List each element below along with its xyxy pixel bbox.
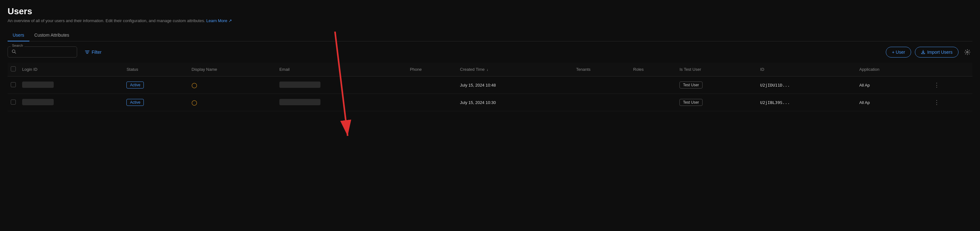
td-is-test-user-2: Test User bbox=[676, 94, 757, 111]
table-row: Active ◯ July 15, 2024 10:48 Test User U… bbox=[8, 76, 972, 94]
toolbar-left: Search Filter bbox=[8, 46, 104, 57]
td-more-actions-2: ⋮ bbox=[929, 94, 972, 111]
td-is-test-user-1: Test User bbox=[676, 76, 757, 94]
td-checkbox-1 bbox=[8, 76, 19, 94]
page-title: Users bbox=[8, 6, 972, 16]
search-label: Search bbox=[11, 44, 24, 48]
td-phone-2 bbox=[407, 94, 457, 111]
th-actions bbox=[929, 62, 972, 76]
th-is-test-user: Is Test User bbox=[676, 62, 757, 76]
td-phone-1 bbox=[407, 76, 457, 94]
status-badge-2: Active bbox=[126, 99, 144, 106]
tab-custom-attributes[interactable]: Custom Attributes bbox=[29, 29, 75, 41]
th-application: Application bbox=[856, 62, 929, 76]
tabs-nav: Users Custom Attributes bbox=[8, 29, 972, 41]
table-row: Active ◯ July 15, 2024 10:30 Test User U… bbox=[8, 94, 972, 111]
tab-users[interactable]: Users bbox=[8, 29, 29, 41]
warning-icon-2: ◯ bbox=[191, 100, 197, 105]
td-more-actions-1: ⋮ bbox=[929, 76, 972, 94]
table-container: Login ID Status Display Name Email Phone… bbox=[8, 62, 972, 111]
toolbar-right: + User Import Users bbox=[886, 47, 972, 57]
td-status-1: Active bbox=[123, 76, 188, 94]
page-subtitle: An overview of all of your users and the… bbox=[8, 18, 972, 23]
toolbar: Search Filter + User bbox=[8, 41, 972, 62]
filter-button[interactable]: Filter bbox=[82, 48, 104, 57]
login-id-placeholder-1 bbox=[22, 81, 54, 88]
sort-arrow-icon: ↓ bbox=[487, 68, 488, 72]
import-users-label: Import Users bbox=[927, 49, 953, 55]
users-table: Login ID Status Display Name Email Phone… bbox=[8, 62, 972, 111]
td-display-name-2: ◯ bbox=[188, 94, 276, 111]
th-email: Email bbox=[276, 62, 407, 76]
settings-button[interactable] bbox=[962, 47, 972, 57]
email-placeholder-2 bbox=[279, 99, 320, 105]
td-id-1: U2jIDU11D... bbox=[757, 76, 856, 94]
row-checkbox-2[interactable] bbox=[11, 100, 16, 105]
import-users-button[interactable]: Import Users bbox=[915, 47, 959, 57]
td-created-time-1: July 15, 2024 10:48 bbox=[457, 76, 573, 94]
td-tenants-2 bbox=[573, 94, 630, 111]
td-checkbox-2 bbox=[8, 94, 19, 111]
learn-more-link[interactable]: Learn More ↗ bbox=[206, 18, 232, 23]
td-email-2 bbox=[276, 94, 407, 111]
td-roles-2 bbox=[630, 94, 677, 111]
th-created-time[interactable]: Created Time ↓ bbox=[457, 62, 573, 76]
status-badge-1: Active bbox=[126, 81, 144, 89]
email-placeholder-1 bbox=[279, 81, 320, 88]
add-user-label: + User bbox=[892, 49, 905, 55]
td-tenants-1 bbox=[573, 76, 630, 94]
th-status: Status bbox=[123, 62, 188, 76]
test-user-badge-2: Test User bbox=[679, 99, 703, 106]
td-display-name-1: ◯ bbox=[188, 76, 276, 94]
add-user-button[interactable]: + User bbox=[886, 47, 911, 57]
td-created-time-2: July 15, 2024 10:30 bbox=[457, 94, 573, 111]
th-tenants: Tenants bbox=[573, 62, 630, 76]
more-options-button-2[interactable]: ⋮ bbox=[932, 98, 942, 107]
search-container: Search bbox=[8, 46, 77, 57]
filter-label: Filter bbox=[92, 49, 102, 55]
td-status-2: Active bbox=[123, 94, 188, 111]
search-input-wrapper bbox=[8, 46, 77, 57]
td-id-2: U2jIBL39S... bbox=[757, 94, 856, 111]
svg-point-5 bbox=[967, 51, 968, 53]
th-display-name: Display Name bbox=[188, 62, 276, 76]
td-email-1 bbox=[276, 76, 407, 94]
search-icon bbox=[12, 49, 16, 55]
search-input[interactable] bbox=[19, 49, 73, 55]
th-id: ID bbox=[757, 62, 856, 76]
td-login-id-1 bbox=[19, 76, 123, 94]
th-roles: Roles bbox=[630, 62, 677, 76]
td-login-id-2 bbox=[19, 94, 123, 111]
more-options-button-1[interactable]: ⋮ bbox=[932, 81, 942, 89]
th-phone: Phone bbox=[407, 62, 457, 76]
th-login-id: Login ID bbox=[19, 62, 123, 76]
table-header-row: Login ID Status Display Name Email Phone… bbox=[8, 62, 972, 76]
select-all-checkbox[interactable] bbox=[11, 66, 16, 72]
login-id-placeholder-2 bbox=[22, 99, 54, 105]
th-checkbox bbox=[8, 62, 19, 76]
td-roles-1 bbox=[630, 76, 677, 94]
row-checkbox-1[interactable] bbox=[11, 82, 16, 87]
test-user-badge-1: Test User bbox=[679, 81, 703, 89]
svg-line-1 bbox=[15, 53, 16, 54]
td-application-1: All Ap bbox=[856, 76, 929, 94]
td-application-2: All Ap bbox=[856, 94, 929, 111]
warning-icon-1: ◯ bbox=[191, 83, 197, 88]
